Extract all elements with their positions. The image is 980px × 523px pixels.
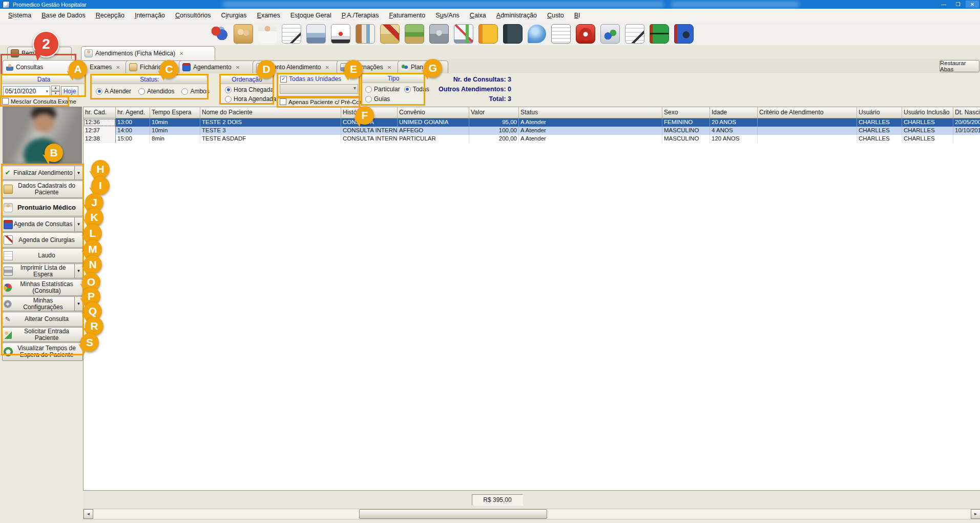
minhas-estatísticas-button[interactable]: Minhas Estatísticas (Consulta) — [2, 279, 83, 296]
radio-a-atender[interactable]: A Atender — [96, 88, 131, 95]
tab-close-icon[interactable]: ✕ — [236, 65, 240, 70]
cash-boxes-icon[interactable] — [405, 24, 424, 44]
patient-folder-icon[interactable] — [234, 24, 253, 44]
tab-close-icon[interactable]: ✕ — [325, 65, 329, 70]
safe-icon[interactable] — [429, 24, 449, 44]
scrollbar-thumb[interactable] — [359, 509, 547, 519]
menu-item-cirurgias[interactable]: Cirurgias — [216, 10, 252, 21]
close-button[interactable]: ✕ — [966, 1, 979, 8]
column-header-idade[interactable]: Idade — [710, 107, 758, 118]
stats-board-icon[interactable] — [454, 24, 473, 44]
menu-item-administra-o[interactable]: Administração — [491, 10, 542, 21]
revenue-arrow-icon[interactable] — [380, 24, 400, 44]
tab-close-icon[interactable]: ✕ — [116, 65, 120, 70]
menu-item-sus-ans[interactable]: Sus/Ans — [430, 10, 465, 21]
agenda-de-consultas-button[interactable]: Agenda de Consultas▼ — [2, 217, 83, 232]
radio-todas[interactable]: Todas — [404, 86, 429, 93]
menu-item-caixa[interactable]: Caixa — [465, 10, 491, 21]
appointments-grid[interactable]: hr. Cad.hr. Agend.Tempo EsperaNome do Pa… — [83, 107, 980, 491]
pharmacy-icon[interactable] — [356, 24, 375, 44]
vitals-log-green-icon[interactable] — [650, 24, 669, 44]
date-dropdown-icon[interactable]: ▾ — [46, 89, 48, 94]
menu-item-bi[interactable]: BI — [569, 10, 586, 21]
radio-ambos[interactable]: Ambos — [181, 88, 209, 95]
menu-item-faturamento[interactable]: Faturamento — [384, 10, 430, 21]
column-header-valor[interactable]: Valor — [469, 107, 519, 118]
menu-item-base-de-dados[interactable]: Base de Dados — [36, 10, 90, 21]
cell-usuário-inclusão: CHARLLES — [902, 127, 953, 135]
horizontal-scrollbar[interactable]: ◄ ► — [83, 509, 980, 519]
maximize-button[interactable]: ❐ — [951, 1, 965, 8]
patient-log-blue-icon[interactable] — [674, 24, 694, 44]
split-dropdown-arrow[interactable]: ▼ — [74, 166, 82, 179]
column-header-usuário[interactable]: Usuário — [857, 107, 902, 118]
column-header-tempo-espera[interactable]: Tempo Espera — [150, 107, 200, 118]
phone-directory-icon[interactable] — [478, 24, 498, 44]
radio-hora-chegada[interactable]: Hora Chegada — [221, 84, 273, 93]
agenda-de-cirurgias-button[interactable]: Agenda de Cirurgias — [2, 232, 83, 248]
transfer-users-icon[interactable] — [210, 25, 228, 43]
menu-item-sistema[interactable]: Sistema — [3, 10, 36, 21]
tab-close-icon[interactable]: ✕ — [179, 51, 183, 56]
prontuário-médico-button[interactable]: Prontuário Médico — [2, 198, 83, 216]
table-row[interactable]: 12:3815:008minTESTE ASDADFCONSULTA INTER… — [84, 135, 980, 143]
units-dropdown[interactable] — [280, 84, 358, 94]
column-header-status[interactable]: Status — [519, 107, 662, 118]
scroll-right-arrow[interactable]: ► — [971, 509, 980, 519]
hospital-bed-icon[interactable] — [306, 24, 326, 44]
column-header-hr-cad-[interactable]: hr. Cad. — [84, 107, 116, 118]
radio-atendidos[interactable]: Atendidos — [138, 88, 174, 95]
imprimir-lista-de-espera-button[interactable]: Imprimir Lista de Espera▼ — [2, 264, 83, 278]
table-row[interactable]: 12:3613:0010minTESTE 2 DOISCONSULTAUNIME… — [84, 118, 980, 127]
invoice-icon[interactable] — [551, 24, 571, 44]
tab-close-icon[interactable]: ✕ — [387, 65, 391, 70]
radio-hora-agendada[interactable]: Hora Agendada — [221, 93, 273, 103]
menu-item-p-a-terapias[interactable]: P.A./Terapias — [337, 10, 384, 21]
button-label: Dados Cadastrais do Paciente — [18, 183, 75, 196]
e-billing-icon[interactable] — [600, 24, 620, 44]
column-header-hr-agend-[interactable]: hr. Agend. — [116, 107, 150, 118]
minhas-configurações-button[interactable]: Minhas Configurações▼ — [2, 296, 83, 311]
dados-cadastrais-do-button[interactable]: Dados Cadastrais do Paciente — [2, 180, 83, 198]
visualizar-tempos-de-button[interactable]: Visualizar Tempos de Espera do Paciente — [2, 343, 83, 361]
laudo-button[interactable]: Laudo — [2, 248, 83, 263]
tab-agendamento[interactable]: Agendamento✕ — [179, 61, 258, 73]
today-button[interactable]: Hoje — [61, 86, 78, 96]
contract-sign-icon[interactable] — [625, 24, 644, 44]
radio-guias[interactable]: Guias — [365, 95, 390, 103]
scroll-left-arrow[interactable]: ◄ — [84, 509, 93, 519]
menu-item-interna-o[interactable]: Internação — [130, 10, 170, 21]
power-exit-icon[interactable] — [576, 24, 595, 44]
doctor-icon[interactable] — [258, 25, 277, 43]
merge-checkbox[interactable] — [2, 98, 9, 105]
column-header-convênio[interactable]: Convênio — [398, 107, 469, 118]
date-input[interactable]: 05/10/2020 ▾ — [3, 86, 50, 96]
menu-item-consult-rios[interactable]: Consultórios — [170, 10, 216, 21]
clock-icon — [4, 347, 13, 356]
ambulance-icon[interactable] — [331, 24, 350, 44]
column-header-critério-de-atendimento[interactable]: Critério de Atendimento — [758, 107, 857, 118]
restore-tabs-button[interactable]: Restaurar Abas — [940, 60, 979, 72]
date-spin-down[interactable]: ▼ — [51, 91, 60, 97]
menu-item-exames[interactable]: Exames — [252, 10, 285, 21]
menu-item-custo[interactable]: Custo — [542, 10, 569, 21]
table-row[interactable]: 12:3714:0010minTESTE 3CONSULTA INTERNOAF… — [84, 127, 980, 135]
alterar-consulta-button[interactable]: ✎Alterar Consulta — [2, 312, 83, 327]
minimize-button[interactable]: — — [937, 1, 950, 8]
column-header-sexo[interactable]: Sexo — [662, 107, 710, 118]
date-spin-up[interactable]: ▲ — [51, 86, 60, 91]
finalizar-atendimento-button[interactable]: ✔Finalizar Atendimento▼ — [2, 166, 83, 180]
medical-form-icon[interactable] — [282, 24, 301, 44]
chat-bubble-icon[interactable] — [528, 25, 546, 43]
menu-item-estoque-geral[interactable]: Estoque Geral — [285, 10, 337, 21]
column-header-usuário-inclusão[interactable]: Usuário Inclusão — [902, 107, 953, 118]
solicitar-entrada-paciente-button[interactable]: Solicitar Entrada Paciente — [2, 327, 83, 342]
column-header-nome-do-paciente[interactable]: Nome do Paciente — [200, 107, 341, 118]
column-header-dt-nascimento[interactable]: Dt. Nascimento — [953, 107, 980, 118]
radio-particular[interactable]: Particular — [365, 86, 400, 93]
all-units-checkbox[interactable]: ✓ — [280, 76, 287, 83]
ledger-book-icon[interactable] — [503, 24, 523, 44]
tab-atendimentos-ficha-médica-[interactable]: Atendimentos (Ficha Médica)✕ — [81, 46, 215, 60]
menu-item-recep-o[interactable]: Recepção — [91, 10, 130, 21]
pre-consulta-checkbox[interactable] — [280, 98, 286, 105]
